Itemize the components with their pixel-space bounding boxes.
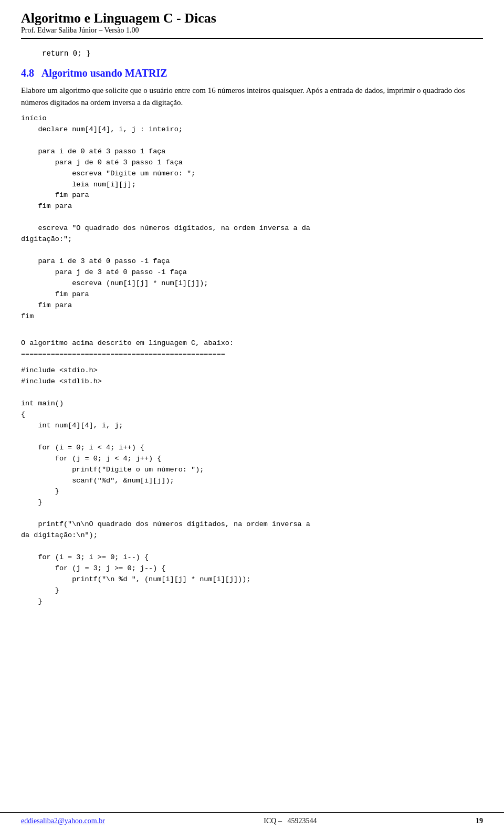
algorithm-code: início declare num[4][4], i, j : inteiro… bbox=[21, 113, 483, 322]
intro-paragraph: Elabore um algoritmo que solicite que o … bbox=[21, 85, 483, 108]
footer-contact: ICQ – 45923544 bbox=[264, 817, 317, 825]
section-title: Algoritmo usando MATRIZ bbox=[41, 67, 167, 79]
page-header: Algoritmo e Linguagem C - Dicas Prof. Ed… bbox=[21, 10, 483, 39]
page-title: Algoritmo e Linguagem C - Dicas bbox=[21, 10, 483, 26]
bridge-text: O algoritmo acima descrito em linguagem … bbox=[21, 328, 483, 361]
footer-page-number: 19 bbox=[476, 817, 483, 825]
section-number: 4.8 bbox=[21, 67, 34, 79]
footer-email[interactable]: eddiesaliba2@yahoo.com.br bbox=[21, 817, 105, 825]
page-container: Algoritmo e Linguagem C - Dicas Prof. Ed… bbox=[0, 0, 504, 840]
c-code-block: #include <stdio.h> #include <stdlib.h> i… bbox=[21, 365, 483, 607]
return-code: return 0; } bbox=[42, 49, 483, 58]
page-footer: eddiesaliba2@yahoo.com.br ICQ – 45923544… bbox=[0, 812, 504, 830]
page-subtitle: Prof. Edwar Saliba Júnior – Versão 1.00 bbox=[21, 26, 483, 35]
section-heading: 4.8 Algoritmo usando MATRIZ bbox=[21, 67, 483, 79]
